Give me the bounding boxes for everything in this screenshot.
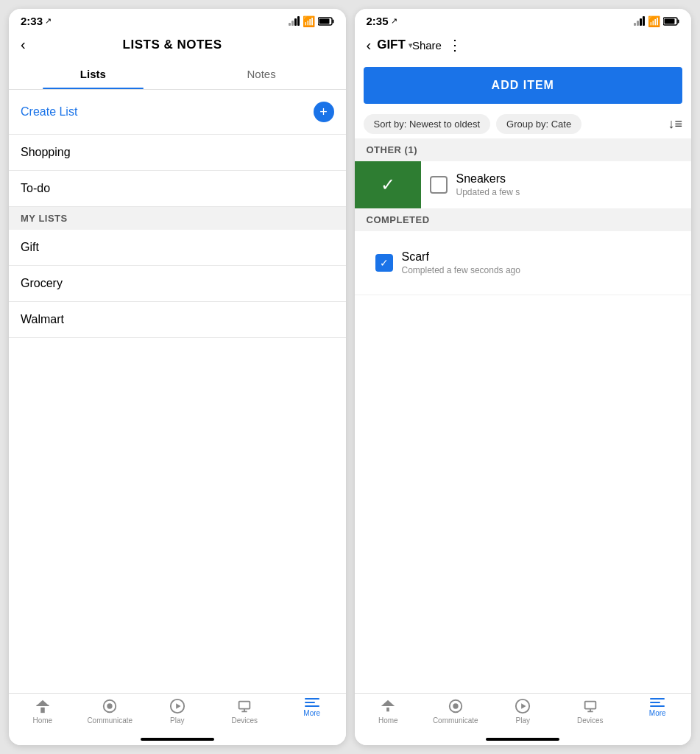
left-time: 2:33 [21,15,43,27]
scarf-meta: Completed a few seconds ago [402,265,671,275]
right-nav-bar: ‹ GIFT ▾ Share ⋮ [355,30,692,60]
signal-icon [289,16,300,26]
svg-rect-23 [584,702,595,709]
sort-chip[interactable]: Sort by: Newest to oldest [364,114,491,134]
sneakers-info: Sneakers Updated a few s [456,163,692,206]
scarf-item-row[interactable]: ✓ Scarf Completed a few seconds ago [355,231,692,295]
svg-marker-22 [521,703,526,708]
more-icon [305,698,319,707]
tab-notes[interactable]: Notes [177,59,346,89]
group-chip[interactable]: Group by: Cate [496,114,581,134]
left-tab-home[interactable]: Home [9,698,77,725]
my-lists-header: MY LISTS [9,207,346,230]
right-play-icon [515,698,531,714]
communicate-icon [102,698,118,714]
sneakers-name: Sneakers [456,172,683,186]
swipe-check-action[interactable]: ✓ [355,161,421,208]
filter-row: Sort by: Newest to oldest Group by: Cate… [355,110,692,138]
svg-point-20 [453,703,458,708]
left-tab-communicate[interactable]: Communicate [77,698,144,725]
share-button[interactable]: Share [412,39,442,52]
right-page-title: GIFT [377,38,406,52]
right-tab-more[interactable]: More [624,698,692,725]
right-home-icon [380,698,396,714]
left-location-icon: ↗ [45,16,52,26]
list-item-todo[interactable]: To-do [9,171,346,207]
right-title-area[interactable]: GIFT ▾ [377,38,412,52]
right-tab-play-label: Play [516,716,530,725]
right-signal-icon [634,16,645,26]
left-home-indicator [9,733,346,745]
right-tab-home-label: Home [378,716,398,725]
list-item-grocery[interactable]: Grocery [9,266,346,302]
right-tab-home[interactable]: Home [355,698,423,725]
right-tab-devices-label: Devices [577,716,604,725]
left-tab-play[interactable]: Play [144,698,211,725]
list-item-walmart[interactable]: Walmart [9,302,346,338]
create-list-plus-button[interactable]: + [314,102,334,122]
right-tab-communicate-label: Communicate [433,716,478,725]
sneakers-item-row[interactable]: ✓ Sneakers Updated a few s [355,161,692,208]
other-section-header: OTHER (1) [355,138,692,161]
right-devices-icon [582,698,598,714]
create-list-label: Create List [21,105,77,119]
right-wifi-icon: 📶 [648,15,660,27]
svg-rect-15 [678,19,679,23]
left-tab-more[interactable]: More [278,698,346,725]
left-status-bar: 2:33 ↗ 📶 [9,9,346,30]
list-item-shopping[interactable]: Shopping [9,135,346,171]
left-nav-bar: ‹ LISTS & NOTES [9,30,346,59]
right-bottom-tab-bar: Home Communicate Play [355,693,692,733]
home-icon [35,698,51,714]
list-item-gift[interactable]: Gift [9,230,346,266]
right-time: 2:35 [367,15,389,27]
right-battery-icon [663,17,679,26]
completed-section-header: COMPLETED [355,208,692,231]
svg-rect-1 [332,19,333,23]
left-bottom-tab-bar: Home Communicate Play [9,693,346,733]
svg-point-8 [107,703,113,708]
right-location-icon: ↗ [391,16,397,26]
sneakers-meta: Updated a few s [456,187,683,197]
create-list-row[interactable]: Create List + [9,90,346,135]
right-tab-communicate[interactable]: Communicate [422,698,489,725]
sneakers-checkbox[interactable] [430,176,448,194]
left-home-bar [141,738,214,741]
svg-rect-18 [386,708,389,712]
left-tab-devices[interactable]: Devices [211,698,279,725]
svg-rect-16 [665,18,675,24]
left-tab-play-label: Play [170,716,184,725]
battery-icon [318,17,334,26]
svg-rect-6 [41,708,44,712]
devices-icon [236,698,252,714]
right-tab-play[interactable]: Play [489,698,557,725]
play-icon [169,698,185,714]
svg-marker-10 [176,703,180,708]
svg-rect-11 [239,702,250,709]
right-back-button[interactable]: ‹ [367,37,372,54]
scarf-info: Scarf Completed a few seconds ago [402,242,680,284]
add-item-button[interactable]: ADD ITEM [364,67,683,104]
right-nav-actions: Share ⋮ [412,36,462,54]
svg-marker-17 [381,700,395,706]
right-home-indicator [355,733,692,745]
svg-rect-2 [319,18,329,24]
scarf-name: Scarf [402,250,671,264]
more-options-button[interactable]: ⋮ [448,36,462,54]
left-tab-home-label: Home [32,716,52,725]
scarf-checkbox[interactable]: ✓ [375,254,393,272]
back-button[interactable]: ‹ [21,36,26,53]
right-communicate-icon [448,698,464,714]
right-tab-devices[interactable]: Devices [556,698,624,725]
right-status-icons: 📶 [634,15,679,27]
left-screen: 2:33 ↗ 📶 ‹ LISTS & NO [9,9,346,745]
left-tab-devices-label: Devices [231,716,258,725]
left-page-title: LISTS & NOTES [32,38,314,52]
tab-lists[interactable]: Lists [9,59,177,89]
right-status-bar: 2:35 ↗ 📶 [355,9,692,30]
left-tab-communicate-label: Communicate [87,716,132,725]
right-home-bar [486,738,559,741]
sort-order-icon[interactable]: ↓≡ [668,116,682,132]
left-tab-more-label: More [303,709,320,717]
left-status-icons: 📶 [289,15,334,27]
